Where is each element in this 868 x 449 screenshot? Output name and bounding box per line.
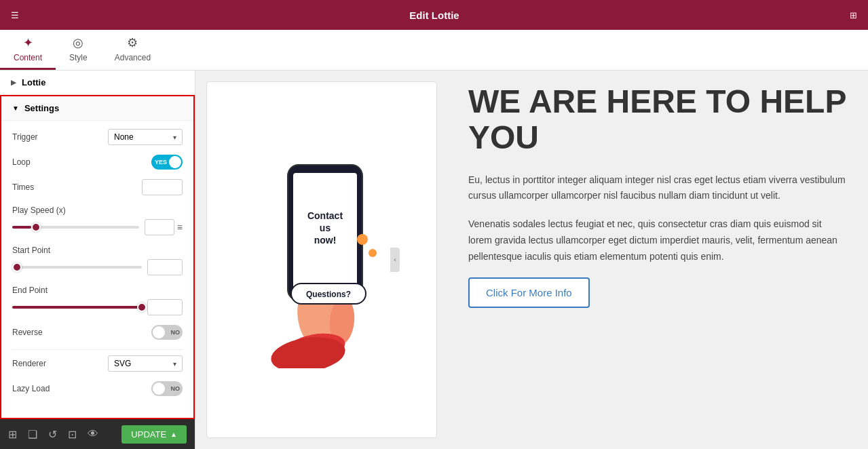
lottie-label: Lottie bbox=[22, 77, 45, 87]
renderer-label: Renderer bbox=[12, 359, 73, 368]
end-point-slider-row: 100 bbox=[12, 299, 183, 315]
text-content: WE ARE HERE TO HELP YOU Eu, lectus in po… bbox=[448, 71, 868, 449]
end-point-section: End Point 100 bbox=[12, 285, 183, 315]
settings-panel: ▼ Settings Trigger None ▾ Loop bbox=[0, 95, 195, 419]
grid-icon[interactable]: ⊞ bbox=[850, 10, 857, 20]
left-panel: ▶ Lottie ▼ Settings Trigger None ▾ bbox=[0, 71, 195, 449]
end-point-slider-track[interactable] bbox=[12, 306, 142, 309]
lottie-section[interactable]: ▶ Lottie bbox=[0, 71, 195, 95]
trigger-dropdown[interactable]: None ▾ bbox=[108, 129, 183, 145]
canvas-area: Contact us now! Questions? WE ARE HERE T… bbox=[195, 71, 868, 449]
lottie-chevron-icon: ▶ bbox=[11, 79, 16, 86]
times-label: Times bbox=[12, 182, 73, 192]
collapse-panel-arrow[interactable]: ‹ bbox=[390, 248, 400, 272]
play-speed-slider-row: 1 ≡ bbox=[12, 219, 183, 235]
divider-1 bbox=[12, 349, 183, 350]
play-speed-slider-track[interactable] bbox=[12, 226, 139, 229]
stack-icon[interactable]: ❑ bbox=[28, 428, 37, 441]
end-point-label: End Point bbox=[12, 286, 48, 295]
tab-advanced[interactable]: ⚙ Advanced bbox=[101, 30, 164, 70]
cta-button[interactable]: Click For More Info bbox=[468, 277, 590, 308]
start-point-section: Start Point 0 bbox=[12, 245, 183, 275]
update-arrow-icon: ▲ bbox=[170, 431, 177, 438]
lazy-load-toggle-label: NO bbox=[171, 385, 181, 392]
tab-content-label: Content bbox=[14, 53, 42, 62]
lazy-load-toggle[interactable]: NO bbox=[151, 381, 183, 396]
trigger-value: None bbox=[114, 132, 134, 142]
lazy-load-label: Lazy Load bbox=[12, 384, 73, 393]
top-bar-title: Edit Lottie bbox=[409, 9, 459, 21]
settings-chevron-icon: ▼ bbox=[12, 104, 19, 112]
loop-label: Loop bbox=[12, 157, 73, 167]
settings-header[interactable]: ▼ Settings bbox=[1, 96, 193, 121]
trigger-row: Trigger None ▾ bbox=[12, 129, 183, 145]
loop-toggle[interactable]: YES bbox=[151, 155, 183, 170]
renderer-row: Renderer SVG ▾ bbox=[12, 355, 183, 372]
reverse-toggle-label: NO bbox=[171, 329, 181, 336]
main-layout: ▶ Lottie ▼ Settings Trigger None ▾ bbox=[0, 71, 868, 449]
play-speed-input[interactable]: 1 bbox=[145, 219, 174, 235]
crop-icon[interactable]: ⊡ bbox=[68, 428, 77, 441]
reverse-toggle-knob bbox=[153, 326, 165, 338]
svg-text:Contact: Contact bbox=[307, 210, 343, 221]
hero-title: WE ARE HERE TO HELP YOU bbox=[468, 84, 848, 156]
update-label: UPDATE bbox=[131, 429, 166, 440]
advanced-icon: ⚙ bbox=[127, 35, 138, 50]
start-point-label: Start Point bbox=[12, 246, 50, 255]
eye-icon[interactable]: 👁 bbox=[88, 428, 98, 441]
renderer-value: SVG bbox=[114, 359, 131, 368]
renderer-dropdown-arrow-icon: ▾ bbox=[173, 360, 176, 368]
loop-toggle-knob bbox=[169, 156, 181, 168]
update-button[interactable]: UPDATE ▲ bbox=[121, 425, 187, 444]
tab-bar: ✦ Content ◎ Style ⚙ Advanced bbox=[0, 30, 868, 71]
play-speed-slider-thumb[interactable] bbox=[31, 222, 41, 232]
reverse-toggle[interactable]: NO bbox=[151, 325, 183, 340]
loop-row: Loop YES bbox=[12, 155, 183, 170]
play-speed-slider-fill bbox=[12, 226, 31, 229]
start-point-slider-thumb[interactable] bbox=[12, 262, 22, 272]
top-bar: ☰ Edit Lottie ⊞ bbox=[0, 0, 868, 30]
settings-body: Trigger None ▾ Loop YES bbox=[1, 121, 193, 414]
reverse-label: Reverse bbox=[12, 328, 73, 337]
svg-text:now!: now! bbox=[314, 235, 337, 246]
lines-icon[interactable]: ≡ bbox=[177, 222, 183, 233]
tab-style[interactable]: ◎ Style bbox=[56, 30, 101, 70]
times-row: Times bbox=[12, 179, 183, 195]
play-speed-label: Play Speed (x) bbox=[12, 206, 66, 215]
tab-style-label: Style bbox=[69, 53, 88, 62]
renderer-dropdown[interactable]: SVG ▾ bbox=[108, 355, 183, 372]
reverse-row: Reverse NO bbox=[12, 325, 183, 340]
settings-title: Settings bbox=[24, 103, 59, 113]
paragraph-2: Venenatis sodales lectus feugiat et nec,… bbox=[468, 216, 848, 265]
end-point-input[interactable]: 100 bbox=[147, 299, 183, 315]
times-input[interactable] bbox=[142, 179, 183, 195]
layers-icon[interactable]: ⊞ bbox=[8, 428, 17, 441]
bottom-icons: ⊞ ❑ ↺ ⊡ 👁 bbox=[8, 428, 98, 441]
content-icon: ✦ bbox=[23, 35, 33, 50]
paragraph-1: Eu, lectus in porttitor integer aliquam … bbox=[468, 172, 848, 205]
animation-preview: Contact us now! Questions? bbox=[206, 81, 437, 438]
trigger-label: Trigger bbox=[12, 132, 73, 142]
play-speed-section: Play Speed (x) 1 ≡ bbox=[12, 205, 183, 235]
style-icon: ◎ bbox=[73, 35, 83, 50]
lazy-load-row: Lazy Load NO bbox=[12, 381, 183, 396]
start-point-input[interactable]: 0 bbox=[147, 259, 183, 275]
svg-point-10 bbox=[369, 249, 377, 257]
bottom-toolbar: ⊞ ❑ ↺ ⊡ 👁 UPDATE ▲ bbox=[0, 419, 195, 449]
start-point-slider-track[interactable] bbox=[12, 266, 142, 269]
lazy-load-toggle-knob bbox=[153, 383, 165, 395]
svg-point-9 bbox=[357, 234, 368, 245]
phone-svg: Contact us now! Questions? bbox=[254, 151, 390, 368]
start-point-slider-row: 0 bbox=[12, 259, 183, 275]
end-point-slider-thumb[interactable] bbox=[137, 302, 147, 312]
play-speed-input-row: 1 ≡ bbox=[145, 219, 183, 235]
tab-content[interactable]: ✦ Content bbox=[0, 30, 56, 70]
trigger-dropdown-arrow-icon: ▾ bbox=[173, 134, 176, 141]
history-icon[interactable]: ↺ bbox=[48, 428, 57, 441]
hamburger-icon[interactable]: ☰ bbox=[11, 10, 19, 20]
tab-advanced-label: Advanced bbox=[115, 53, 151, 62]
loop-toggle-label: YES bbox=[155, 159, 167, 165]
loop-toggle-container: YES bbox=[151, 155, 183, 170]
right-content: Contact us now! Questions? WE ARE HERE T… bbox=[195, 71, 868, 449]
svg-text:us: us bbox=[320, 222, 331, 233]
